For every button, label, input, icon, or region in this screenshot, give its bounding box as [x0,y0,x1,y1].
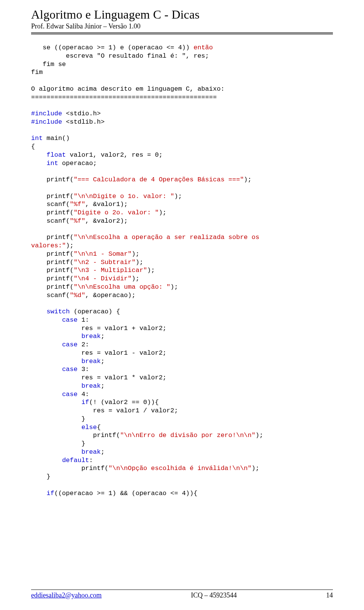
page-subtitle: Prof. Edwar Saliba Júnior – Versão 1.00 [31,22,333,30]
divider-thick [31,33,333,33]
footer-icq: ICQ – 45923544 [191,591,237,599]
footer-page-number: 14 [326,591,333,599]
divider-thin [31,34,333,35]
footer-email: eddiesaliba2@yahoo.com [31,591,102,599]
page-title: Algoritmo e Linguagem C - Dicas [31,8,333,22]
page-footer: eddiesaliba2@yahoo.com ICQ – 45923544 14 [31,590,333,599]
document-body: se ((operacao >= 1) e (operacao <= 4)) e… [31,44,333,497]
